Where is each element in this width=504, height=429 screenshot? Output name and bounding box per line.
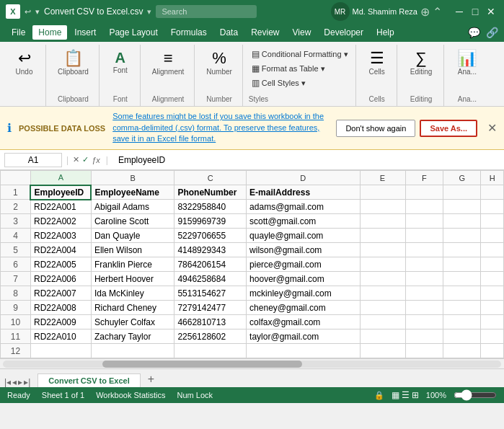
table-cell[interactable] [91,344,174,358]
table-cell[interactable] [443,257,480,272]
table-cell[interactable] [481,330,504,344]
ribbon-toggle-icon[interactable]: ⌃ [433,5,442,19]
analyze-button[interactable]: 📊 Ana... [451,48,482,79]
new-sheet-button[interactable]: + [142,371,160,387]
table-cell[interactable] [443,301,480,315]
cell-reference-input[interactable] [4,153,62,167]
table-cell[interactable] [443,272,480,286]
table-cell[interactable] [405,330,443,344]
table-cell[interactable] [360,200,405,214]
col-header-a[interactable]: A [30,171,91,185]
col-header-d[interactable]: D [247,171,360,185]
table-cell[interactable]: RD22A007 [30,286,91,301]
table-cell[interactable] [360,344,405,358]
table-cell[interactable]: hoover@gmail.com [247,272,360,286]
table-cell[interactable]: 8322958840 [174,200,247,214]
table-cell[interactable]: quayle@gmail.com [247,229,360,243]
table-cell[interactable] [481,257,504,272]
table-cell[interactable]: Ellen Wilson [91,243,174,257]
title-search-input[interactable] [156,5,257,18]
share-icon[interactable]: ⊕ [420,5,430,19]
comments-icon[interactable]: 💬 [468,27,480,38]
col-header-e[interactable]: E [360,171,405,185]
table-cell[interactable]: Herbert Hoover [91,272,174,286]
table-cell[interactable] [405,200,443,214]
table-cell[interactable] [405,315,443,330]
menu-insert[interactable]: Insert [68,25,102,40]
table-cell[interactable] [405,301,443,315]
table-cell[interactable]: RD22A010 [30,330,91,344]
menu-home[interactable]: Home [32,25,67,40]
table-cell[interactable]: 9159969739 [174,214,247,229]
clipboard-button[interactable]: 📋 Clipboard [52,48,94,79]
table-cell[interactable] [405,257,443,272]
menu-file[interactable]: File [6,25,31,40]
table-cell[interactable] [443,185,480,200]
menu-review[interactable]: Review [245,25,285,40]
table-cell[interactable] [360,272,405,286]
sheet-tab-active[interactable]: Convert CSV to Excel [37,373,140,387]
table-cell[interactable]: 2256128602 [174,330,247,344]
table-cell[interactable]: 4148929343 [174,243,247,257]
confirm-formula-button[interactable]: ✓ [82,155,89,164]
table-cell[interactable] [405,185,443,200]
page-layout-view-button[interactable]: ☰ [402,390,410,400]
menu-view[interactable]: View [287,25,317,40]
table-cell[interactable] [405,214,443,229]
table-cell[interactable]: adams@gmail.com [247,200,360,214]
share-ribbon-icon[interactable]: 🔗 [486,27,498,38]
table-cell[interactable] [30,344,91,358]
normal-view-button[interactable]: ▦ [392,390,399,400]
zoom-slider[interactable] [454,389,497,401]
table-cell[interactable]: 4946258684 [174,272,247,286]
table-cell[interactable] [360,214,405,229]
minimize-button[interactable]: ─ [452,4,467,19]
number-button[interactable]: % Number [200,48,238,79]
table-cell[interactable]: 7864206154 [174,257,247,272]
table-cell[interactable]: Richard Cheney [91,301,174,315]
grid-container[interactable]: A B C D E F G H 1EmployeeIDEmployeeNameP… [0,170,504,358]
save-as-button[interactable]: Save As... [420,120,477,137]
table-cell[interactable]: Schuyler Colfax [91,315,174,330]
sheet-nav-last[interactable]: ▸| [24,377,30,387]
table-cell[interactable]: Abigail Adams [91,200,174,214]
menu-formulas[interactable]: Formulas [165,25,213,40]
table-cell[interactable]: 5229706655 [174,229,247,243]
table-cell[interactable] [360,257,405,272]
col-header-b[interactable]: B [91,171,174,185]
menu-developer[interactable]: Developer [318,25,369,40]
col-header-f[interactable]: F [405,171,443,185]
table-cell[interactable] [443,243,480,257]
sheet-nav-prev[interactable]: ◂ [12,377,17,387]
table-cell[interactable] [443,315,480,330]
table-cell[interactable] [360,330,405,344]
table-cell[interactable]: scott@gmail.com [247,214,360,229]
table-cell[interactable]: 7279142477 [174,301,247,315]
table-cell[interactable]: EmployeeName [91,185,174,200]
table-cell[interactable] [360,229,405,243]
table-cell[interactable]: RD22A003 [30,229,91,243]
close-button[interactable]: ✕ [484,4,498,19]
table-cell[interactable] [481,272,504,286]
banner-close-button[interactable]: ✕ [487,121,497,135]
table-cell[interactable]: pierce@gmail.com [247,257,360,272]
col-header-h[interactable]: H [481,171,504,185]
table-cell[interactable] [360,315,405,330]
horizontal-scrollbar[interactable] [0,358,504,368]
table-cell[interactable]: Zachary Taylor [91,330,174,344]
table-cell[interactable] [443,330,480,344]
table-cell[interactable] [481,344,504,358]
page-break-view-button[interactable]: ⊞ [412,390,419,400]
menu-help[interactable]: Help [371,25,400,40]
table-cell[interactable] [481,243,504,257]
table-cell[interactable] [443,286,480,301]
cancel-formula-button[interactable]: ✕ [73,155,79,164]
table-cell[interactable]: RD22A006 [30,272,91,286]
table-cell[interactable] [360,185,405,200]
conditional-formatting-button[interactable]: ▤ Conditional Formatting ▾ [249,48,351,61]
table-cell[interactable]: Caroline Scott [91,214,174,229]
table-cell[interactable] [443,229,480,243]
table-cell[interactable]: taylor@gmail.com [247,330,360,344]
col-header-g[interactable]: G [443,171,480,185]
format-as-table-button[interactable]: ▦ Format as Table ▾ [249,62,351,75]
